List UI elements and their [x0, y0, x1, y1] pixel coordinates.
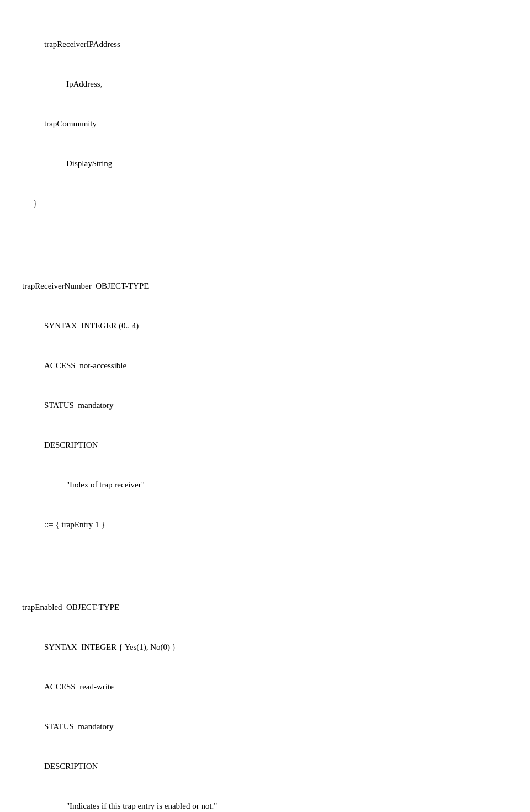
- trap-receiver-number-section: trapReceiverNumber OBJECT-TYPE SYNTAX IN…: [22, 253, 508, 558]
- trap-enabled-title: trapEnabled OBJECT-TYPE: [22, 601, 508, 614]
- trap-receiver-number-syntax: SYNTAX INTEGER (0.. 4): [22, 319, 508, 332]
- trap-enabled-section: trapEnabled OBJECT-TYPE SYNTAX INTEGER {…: [22, 574, 508, 812]
- trap-enabled-desc-text: "Indicates if this trap entry is enabled…: [22, 799, 508, 812]
- header-code: trapReceiverIPAddress IpAddress, trapCom…: [22, 11, 508, 236]
- page-content: trapReceiverIPAddress IpAddress, trapCom…: [0, 0, 530, 812]
- trap-receiver-number-code: trapReceiverNumber OBJECT-TYPE SYNTAX IN…: [22, 253, 508, 558]
- header-line-5: }: [22, 197, 508, 210]
- trap-enabled-status: STATUS mandatory: [22, 720, 508, 733]
- header-section: trapReceiverIPAddress IpAddress, trapCom…: [22, 11, 508, 236]
- trap-receiver-number-access: ACCESS not-accessible: [22, 359, 508, 372]
- trap-enabled-desc-label: DESCRIPTION: [22, 760, 508, 773]
- trap-receiver-number-status: STATUS mandatory: [22, 399, 508, 412]
- header-line-4: DisplayString: [22, 157, 508, 170]
- header-line-1: trapReceiverIPAddress: [22, 38, 508, 51]
- trap-enabled-code: trapEnabled OBJECT-TYPE SYNTAX INTEGER {…: [22, 574, 508, 812]
- header-line-3: trapCommunity: [22, 117, 508, 130]
- trap-receiver-number-desc-label: DESCRIPTION: [22, 438, 508, 452]
- trap-receiver-number-desc-text: "Index of trap receiver": [22, 478, 508, 491]
- trap-receiver-number-assign: ::= { trapEntry 1 }: [22, 518, 508, 531]
- trap-enabled-syntax: SYNTAX INTEGER { Yes(1), No(0) }: [22, 640, 508, 654]
- trap-receiver-number-title: trapReceiverNumber OBJECT-TYPE: [22, 279, 508, 293]
- header-line-2: IpAddress,: [22, 77, 508, 91]
- trap-enabled-access: ACCESS read-write: [22, 680, 508, 693]
